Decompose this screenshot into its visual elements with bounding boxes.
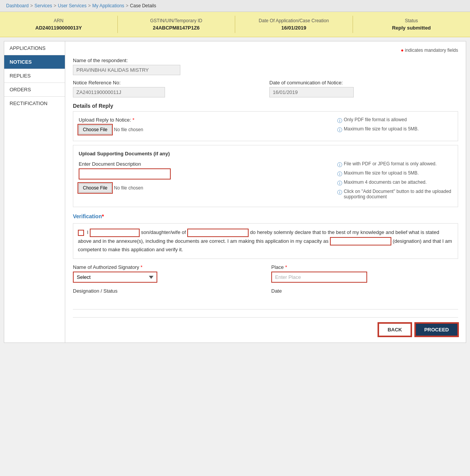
pdf-only-hint: ⓘ Only PDF file format is allowed bbox=[337, 117, 452, 124]
sidebar-label-applications: APPLICATIONS bbox=[10, 45, 46, 51]
date-comm-label: Date of communication of Notice: bbox=[269, 80, 458, 86]
sidebar-label-replies: REPLIES bbox=[10, 73, 31, 79]
upload-reply-file-row: Choose File No file chosen bbox=[79, 125, 330, 134]
doc-desc-label: Enter Document Description bbox=[79, 161, 330, 167]
date-col: Date bbox=[271, 288, 458, 303]
info-icon-5: ⓘ bbox=[337, 180, 342, 187]
choose-file-button[interactable]: Choose File bbox=[79, 125, 112, 134]
date-value: 16/01/2019 bbox=[239, 25, 349, 31]
verify-text-pre: I bbox=[87, 229, 89, 235]
info-icon-6: ⓘ bbox=[337, 189, 342, 196]
supporting-docs-title: Upload Supporting Documents (if any) bbox=[79, 151, 452, 156]
main-container: APPLICATIONS NOTICES REPLIES ORDERS RECT… bbox=[4, 41, 466, 343]
date-value-2 bbox=[271, 295, 458, 303]
upload-reply-hints: ⓘ Only PDF file format is allowed ⓘ Maxi… bbox=[337, 117, 452, 135]
upload-reply-left: Upload Reply to Notice: * Choose File No… bbox=[79, 117, 330, 134]
respondent-input bbox=[73, 65, 180, 75]
arn-label: ARN bbox=[4, 18, 114, 23]
sidebar-label-orders: ORDERS bbox=[10, 87, 31, 92]
content-area: ● indicates mandatory fields Name of the… bbox=[65, 41, 466, 343]
doc-desc-input-wrapper bbox=[79, 168, 330, 180]
sidebar-item-rectification[interactable]: RECTIFICATION bbox=[4, 97, 65, 110]
supporting-upload-hints: ⓘ File with PDF or JPEG format is only a… bbox=[337, 161, 452, 201]
info-icon-4: ⓘ bbox=[337, 171, 342, 178]
status-label: Status bbox=[357, 18, 467, 23]
sidebar-label-rectification: RECTIFICATION bbox=[10, 100, 48, 106]
breadcrumb-sep-4: > bbox=[126, 3, 129, 8]
place-label: Place * bbox=[271, 264, 458, 270]
button-row: BACK PROCEED bbox=[73, 317, 458, 336]
details-reply-section: Details of Reply Upload Reply to Notice:… bbox=[73, 103, 458, 141]
date-comm-col: Date of communication of Notice: bbox=[269, 80, 458, 97]
gstin-value: 24ABCPM8147P1Z6 bbox=[122, 25, 231, 31]
sidebar: APPLICATIONS NOTICES REPLIES ORDERS RECT… bbox=[4, 41, 65, 343]
supporting-upload-row: Enter Document Description Choose File N… bbox=[79, 161, 452, 201]
breadcrumb-dashboard[interactable]: Dashboard bbox=[6, 3, 29, 8]
respondent-label: Name of the respondent: bbox=[73, 58, 458, 63]
signatory-col: Name of Authorized Signatory * Select bbox=[73, 264, 260, 283]
sidebar-item-notices[interactable]: NOTICES bbox=[4, 55, 65, 69]
verify-name-input[interactable] bbox=[90, 229, 140, 237]
verify-parent-input[interactable] bbox=[187, 229, 249, 237]
supporting-upload-left: Enter Document Description Choose File N… bbox=[79, 161, 330, 193]
hint-add-doc: ⓘ Click on "Add Document" button to add … bbox=[337, 189, 452, 199]
hint-max-size-2: ⓘ Maximum file size for upload is 5MB. bbox=[337, 170, 452, 178]
notice-ref-col: Notice Reference No: bbox=[73, 80, 262, 97]
choose-file-button-2[interactable]: Choose File bbox=[79, 183, 112, 193]
verification-wrapper: Verification* I son/daughter/wife of do … bbox=[73, 213, 458, 303]
notice-ref-input bbox=[73, 87, 165, 97]
supporting-docs-section: Upload Supporting Documents (if any) Ent… bbox=[73, 145, 458, 207]
breadcrumb-services[interactable]: Services bbox=[35, 3, 52, 8]
max-size-hint: ⓘ Maximum file size for upload is 5MB. bbox=[337, 126, 452, 133]
signatory-label: Name of Authorized Signatory * bbox=[73, 264, 260, 270]
designation-date-row: Designation / Status Date bbox=[73, 288, 458, 303]
place-col: Place * bbox=[271, 264, 458, 283]
gstin-label: GSTIN/UIN/Temporary ID bbox=[122, 18, 231, 23]
place-input[interactable] bbox=[271, 272, 367, 283]
info-bar: ARN AD2401190000013Y GSTIN/UIN/Temporary… bbox=[0, 12, 470, 37]
verification-box: I son/daughter/wife of do hereby solemnl… bbox=[73, 223, 458, 259]
doc-description-input[interactable] bbox=[79, 168, 171, 180]
mandatory-dot: ● bbox=[401, 48, 404, 53]
info-arn: ARN AD2401190000013Y bbox=[0, 16, 118, 33]
mandatory-text: indicates mandatory fields bbox=[405, 48, 458, 53]
info-status: Status Reply submitted bbox=[353, 16, 470, 33]
supporting-file-row: Choose File No file chosen bbox=[79, 183, 330, 193]
sidebar-label-notices: NOTICES bbox=[10, 59, 32, 65]
sidebar-item-replies[interactable]: REPLIES bbox=[4, 69, 65, 83]
date-label-2: Date bbox=[271, 288, 458, 294]
proceed-button[interactable]: PROCEED bbox=[415, 323, 458, 336]
respondent-group: Name of the respondent: bbox=[73, 58, 458, 75]
no-file-chosen-label-2: No file chosen bbox=[114, 185, 143, 191]
sidebar-item-applications[interactable]: APPLICATIONS bbox=[4, 41, 65, 55]
verification-req: * bbox=[102, 213, 104, 219]
designation-label: Designation / Status bbox=[73, 288, 260, 294]
signatory-select[interactable]: Select bbox=[73, 272, 157, 283]
verify-designation-input[interactable] bbox=[330, 237, 391, 245]
breadcrumb-sep-2: > bbox=[54, 3, 56, 8]
designation-value bbox=[73, 295, 260, 303]
breadcrumb-sep-3: > bbox=[88, 3, 91, 8]
info-icon-2: ⓘ bbox=[337, 127, 342, 133]
signatory-row: Name of Authorized Signatory * Select Pl… bbox=[73, 264, 458, 283]
designation-col: Designation / Status bbox=[73, 288, 260, 303]
mandatory-note: ● indicates mandatory fields bbox=[73, 48, 458, 53]
notice-ref-label: Notice Reference No: bbox=[73, 80, 262, 86]
sidebar-item-orders[interactable]: ORDERS bbox=[4, 83, 65, 97]
breadcrumb: Dashboard > Services > User Services > M… bbox=[0, 0, 470, 12]
breadcrumb-current: Case Details bbox=[130, 3, 156, 8]
verification-title: Verification* bbox=[73, 213, 458, 219]
place-req: * bbox=[285, 264, 287, 270]
signatory-req: * bbox=[140, 264, 142, 270]
date-comm-input bbox=[269, 87, 354, 97]
breadcrumb-user-services[interactable]: User Services bbox=[58, 3, 87, 8]
back-button[interactable]: BACK bbox=[378, 323, 411, 336]
breadcrumb-my-applications[interactable]: My Applications bbox=[92, 3, 124, 8]
info-icon-3: ⓘ bbox=[337, 161, 342, 168]
notice-date-row: Notice Reference No: Date of communicati… bbox=[73, 80, 458, 97]
verify-checkbox[interactable] bbox=[78, 230, 84, 236]
no-file-chosen-label: No file chosen bbox=[114, 127, 143, 132]
details-reply-header: Details of Reply bbox=[73, 103, 458, 109]
verify-text-mid: son/daughter/wife of bbox=[141, 229, 188, 235]
upload-reply-section: Upload Reply to Notice: * Choose File No… bbox=[73, 111, 458, 141]
